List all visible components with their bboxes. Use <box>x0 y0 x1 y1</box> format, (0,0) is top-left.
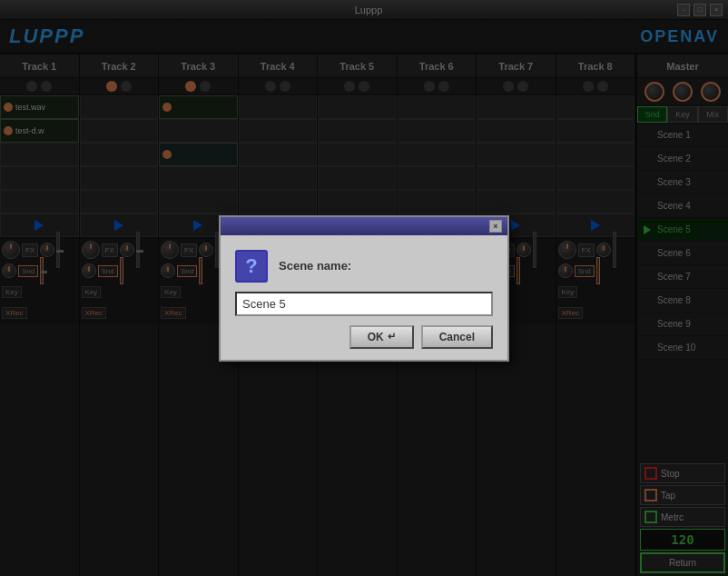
dialog-overlay: × ? Scene name: OK ↵ Cancel <box>0 0 728 576</box>
dialog-ok-button[interactable]: OK ↵ <box>349 325 414 349</box>
question-mark-icon: ? <box>235 250 268 283</box>
dialog-titlebar: × <box>221 217 507 235</box>
dialog-prompt-label: Scene name: <box>279 259 351 273</box>
dialog-close-button[interactable]: × <box>489 220 502 233</box>
dialog-question-row: ? Scene name: <box>235 250 493 283</box>
dialog: × ? Scene name: OK ↵ Cancel <box>219 215 509 362</box>
dialog-body: ? Scene name: OK ↵ Cancel <box>221 235 507 360</box>
ok-enter-icon: ↵ <box>388 331 396 343</box>
dialog-cancel-button[interactable]: Cancel <box>421 325 493 349</box>
scene-name-input[interactable] <box>235 292 493 316</box>
dialog-buttons: OK ↵ Cancel <box>235 325 493 349</box>
